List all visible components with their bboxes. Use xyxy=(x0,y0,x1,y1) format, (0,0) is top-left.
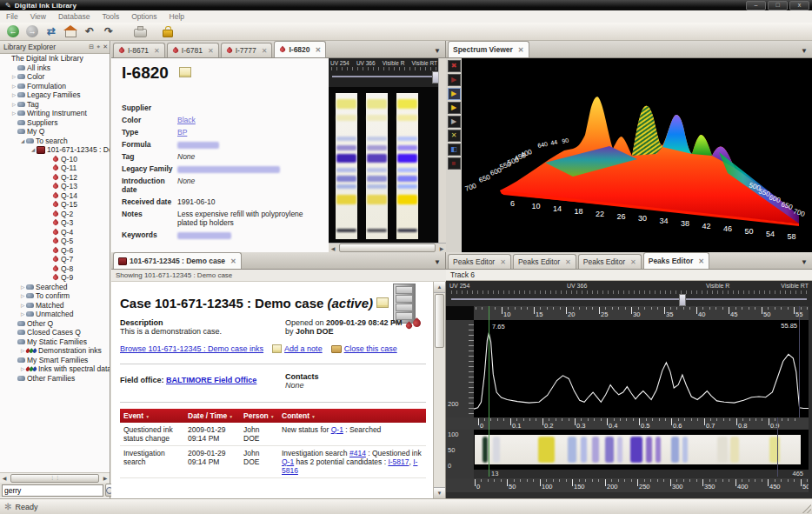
search-input[interactable] xyxy=(2,484,103,497)
close-icon[interactable]: ✕ xyxy=(630,258,636,266)
tree-item[interactable]: Q-3 xyxy=(0,218,110,228)
close-icon[interactable]: ✕ xyxy=(698,257,704,265)
column-header[interactable]: Content▼ xyxy=(278,409,426,423)
redo-button[interactable]: ↷ xyxy=(99,23,118,40)
filter-label[interactable]: Visible R xyxy=(383,60,405,66)
expander-icon[interactable]: ▷ xyxy=(10,92,17,97)
tab-list-dropdown-icon[interactable]: ▼ xyxy=(434,258,445,269)
expander-icon[interactable]: ▷ xyxy=(10,83,17,89)
tree-item[interactable]: Q-2 xyxy=(0,210,110,219)
tree-item[interactable]: Q-9 xyxy=(0,273,110,283)
column-header[interactable]: Date / Time▼ xyxy=(184,409,240,423)
scroll-right-icon[interactable]: ▶ xyxy=(101,475,110,481)
expander-icon[interactable]: ▷ xyxy=(19,303,26,308)
content-link[interactable]: #414 xyxy=(349,449,366,457)
menu-database[interactable]: Database xyxy=(52,10,96,21)
case-vertical-scrollbar[interactable]: ▲ ▼ xyxy=(433,282,445,498)
forward-button[interactable]: → xyxy=(23,23,42,40)
left-cursor-line[interactable] xyxy=(489,306,489,477)
column-header[interactable]: Event▼ xyxy=(120,409,184,423)
menu-help[interactable]: Help xyxy=(163,10,190,21)
filter-label[interactable]: Visible RT xyxy=(781,283,809,289)
close-icon[interactable]: ✕ xyxy=(316,46,322,54)
expander-icon[interactable]: ▷ xyxy=(10,102,17,107)
tab-case[interactable]: 101-671-12345 : Demo case ✕ xyxy=(113,252,242,269)
tree-item[interactable]: The Digital Ink Library xyxy=(0,54,110,63)
tree-item[interactable]: ▷Demonstration inks xyxy=(0,346,110,356)
content-link[interactable]: Q-1 xyxy=(331,425,343,434)
back-button[interactable]: ← xyxy=(3,23,23,40)
sync-button[interactable]: ⇄ xyxy=(42,23,61,40)
content-link[interactable]: I-5817 xyxy=(388,457,409,466)
tree-item[interactable]: Q-14 xyxy=(0,191,110,201)
scroll-left-icon[interactable]: ◀ xyxy=(329,245,337,251)
right-cursor-line[interactable] xyxy=(799,306,800,417)
add-note-link[interactable]: Add a note xyxy=(284,344,323,353)
chromatogram-plot[interactable] xyxy=(474,320,809,417)
filter-label[interactable]: UV 366 xyxy=(356,60,376,66)
palette-icon[interactable]: ◧ xyxy=(448,144,461,156)
tree-item[interactable]: My Smart Families xyxy=(0,356,110,365)
menu-options[interactable]: Options xyxy=(125,10,163,21)
close-icon[interactable]: ✕ xyxy=(262,47,268,55)
tree-item[interactable]: ▷Unmatched xyxy=(0,310,110,319)
tree-item[interactable]: Q-7 xyxy=(0,255,110,264)
scrollbar-thumb[interactable] xyxy=(339,244,436,252)
tab-peaks-editor-4[interactable]: Peaks Editor✕ xyxy=(643,252,709,269)
close-button[interactable]: x xyxy=(789,1,809,10)
tree-item[interactable]: ◢101-671-12345 : Demo case xyxy=(0,145,110,155)
tree-item[interactable]: Q-13 xyxy=(0,182,110,191)
tab-spectrum-viewer[interactable]: Spectrum Viewer ✕ xyxy=(448,41,529,57)
resize-grip[interactable] xyxy=(802,504,811,513)
scrollbar-thumb[interactable] xyxy=(435,294,444,348)
expander-icon[interactable]: ◢ xyxy=(19,138,26,144)
tab-peaks-editor-2[interactable]: Peaks Editor✕ xyxy=(513,254,576,269)
play-dark-icon[interactable]: ▶ xyxy=(448,74,461,86)
close-icon[interactable]: ✕ xyxy=(103,43,108,50)
scroll-down-icon[interactable]: ▼ xyxy=(434,487,445,498)
content-link[interactable]: Q-1 xyxy=(282,457,294,466)
tab-list-dropdown-icon[interactable]: ▼ xyxy=(801,47,812,57)
tlc-slider[interactable] xyxy=(332,71,436,82)
expander-icon[interactable]: ◢ xyxy=(30,147,37,152)
tree-item[interactable]: ◢To search xyxy=(0,137,110,146)
tlc-vertical-scrollbar[interactable] xyxy=(438,58,446,243)
expander-icon[interactable]: ▷ xyxy=(19,284,26,290)
tab-i-6820[interactable]: I-6820✕ xyxy=(274,41,326,57)
lock-button[interactable] xyxy=(158,23,177,40)
scroll-left-icon[interactable]: ◀ xyxy=(0,475,9,481)
close-icon[interactable]: ✕ xyxy=(154,47,160,55)
tree-item[interactable]: My Static Families xyxy=(0,337,110,347)
expander-icon[interactable]: ▷ xyxy=(10,74,17,79)
cut-icon[interactable]: ✕ xyxy=(448,130,461,142)
scrollbar-thumb[interactable]: ⋮⋮ xyxy=(10,474,99,483)
tree-item[interactable]: Other Families xyxy=(0,374,110,384)
tab-i-6781[interactable]: I-6781✕ xyxy=(167,43,219,57)
tree-item[interactable]: Q-6 xyxy=(0,246,110,256)
menu-tools[interactable]: Tools xyxy=(96,10,125,21)
tree-item[interactable]: Q-5 xyxy=(0,237,110,246)
undo-button[interactable]: ↶ xyxy=(80,23,99,40)
tree-item[interactable]: Suppliers xyxy=(0,118,110,128)
tree-item[interactable]: Other Q xyxy=(0,319,110,329)
tree-item[interactable]: ▷Writing Instrument xyxy=(0,109,110,118)
tree-item[interactable]: Closed Cases Q xyxy=(0,328,110,337)
close-icon[interactable]: ✕ xyxy=(500,258,506,266)
close-icon[interactable]: ✕ xyxy=(230,257,236,265)
tree-item[interactable]: Q-10 xyxy=(0,155,110,164)
close-icon[interactable]: ✕ xyxy=(565,258,571,266)
tab-list-dropdown-icon[interactable]: ▼ xyxy=(434,47,445,57)
strip-right-cursor-line[interactable] xyxy=(777,417,778,477)
close-case-link[interactable]: Close this case xyxy=(344,344,397,353)
tree-item[interactable]: Q-4 xyxy=(0,228,110,237)
menu-view[interactable]: View xyxy=(24,10,52,21)
home-button[interactable] xyxy=(61,23,80,40)
filter-slider[interactable] xyxy=(451,294,807,304)
tree-item[interactable]: Q-8 xyxy=(0,264,110,274)
field-office-link[interactable]: BALTIMORE Field Office xyxy=(166,376,256,384)
tlc-horizontal-scrollbar[interactable]: ◀ ▶ xyxy=(329,243,446,252)
play-yellow2-icon[interactable]: ▶ xyxy=(448,102,461,114)
filter-label[interactable]: UV 254 xyxy=(330,60,349,66)
tree-item[interactable]: ▷Searched xyxy=(0,283,110,292)
tree-item[interactable]: ▷Matched xyxy=(0,301,110,310)
